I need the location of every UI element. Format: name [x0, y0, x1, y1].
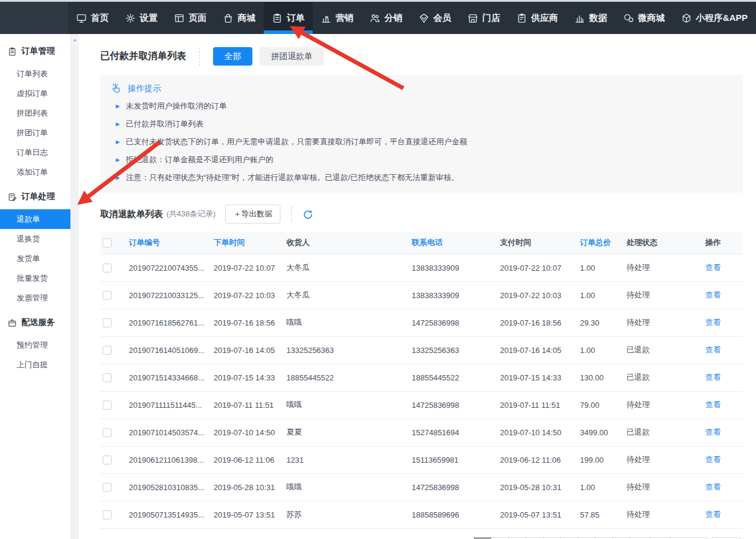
cell-order-time: 2019-07-16 14:05 — [211, 336, 284, 364]
nav-item-label: 小程序&APP — [696, 13, 748, 24]
table-row: 2019071111511445... 2019-07-11 11:51 哦哦 … — [100, 391, 743, 419]
sidebar-item-group-order[interactable]: 拼团订单 — [0, 123, 70, 143]
row-checkbox[interactable] — [103, 510, 112, 519]
cell-order-no: 2019061211061398... — [126, 446, 211, 473]
col-phone[interactable]: 联系电话 — [409, 232, 498, 254]
scrollbar-up-arrow-icon[interactable]: ▲ — [71, 34, 79, 45]
view-link[interactable]: 查看 — [705, 263, 721, 272]
cell-total: 57.85 — [578, 501, 624, 528]
view-link[interactable]: 查看 — [705, 482, 721, 491]
cell-receiver: 哦哦 — [284, 473, 409, 501]
row-checkbox[interactable] — [103, 428, 112, 437]
tab-group-refund[interactable]: 拼团退款单 — [260, 47, 324, 66]
col-total[interactable]: 订单总价 — [578, 232, 624, 254]
page-button-7[interactable]: 7 — [578, 537, 595, 539]
sidebar-item-batch-shipping[interactable]: 批量发货 — [0, 268, 70, 288]
nav-item-wechat-mall[interactable]: 微商城 — [615, 2, 673, 34]
page-button-3[interactable]: 3 — [508, 537, 526, 539]
nav-item-label: 门店 — [482, 13, 500, 24]
page-button-8[interactable]: 8 — [595, 537, 613, 539]
sidebar-item-shipping-order[interactable]: 发货单 — [0, 249, 70, 268]
page-button-10[interactable]: 10 — [630, 537, 651, 539]
nav-item-suppliers[interactable]: 供应商 — [508, 2, 566, 34]
nav-item-marketing[interactable]: 营销 — [313, 2, 362, 34]
cell-total: 79.00 — [578, 391, 624, 419]
sidebar: 订单管理 订单列表 虚拟订单 拼团列表 拼团订单 订单日志 添加订单 订单处理 … — [0, 34, 70, 539]
col-status: 处理状态 — [624, 232, 703, 254]
view-link[interactable]: 查看 — [705, 290, 721, 299]
sidebar-item-order-list[interactable]: 订单列表 — [0, 64, 70, 83]
sidebar-item-reservation[interactable]: 预约管理 — [0, 335, 70, 355]
tips-title: 操作提示 — [128, 83, 161, 94]
view-link[interactable]: 查看 — [705, 373, 721, 382]
cell-pay-time: 2019-07-11 11:51 — [498, 391, 578, 419]
cell-phone: 13838333909 — [409, 254, 498, 281]
page-button-9[interactable]: 9 — [612, 537, 630, 539]
sidebar-item-group-list[interactable]: 拼团列表 — [0, 103, 70, 123]
col-order-no[interactable]: 订单编号 — [126, 232, 211, 254]
last-page-button[interactable]: 尾页 — [712, 537, 740, 539]
delivery-icon — [8, 318, 17, 327]
nav-item-data[interactable]: 数据 — [566, 2, 615, 34]
row-checkbox[interactable] — [103, 373, 112, 382]
nav-item-miniprogram[interactable]: 小程序&APP — [673, 2, 756, 34]
nav-item-home[interactable]: 首页 — [68, 2, 117, 34]
sidebar-section-title: 订单处理 — [21, 191, 55, 202]
nav-item-mall[interactable]: 商城 — [215, 2, 264, 34]
table-row: 2019071614051069... 2019-07-16 14:05 133… — [100, 336, 743, 364]
select-all-checkbox[interactable] — [103, 238, 112, 247]
sidebar-item-return-exchange[interactable]: 退换货 — [0, 229, 70, 249]
row-checkbox[interactable] — [103, 264, 112, 272]
nav-item-distribution[interactable]: 分销 — [362, 2, 411, 34]
col-action: 操作 — [703, 232, 743, 254]
row-checkbox[interactable] — [103, 483, 112, 492]
sidebar-item-refund-order[interactable]: 退款单 — [0, 209, 70, 229]
cell-order-time: 2019-05-28 10:31 — [211, 473, 284, 501]
nav-item-pages[interactable]: 页面 — [166, 2, 215, 34]
export-data-button[interactable]: ＋导出数据 — [225, 205, 280, 224]
tab-all[interactable]: 全部 — [213, 47, 252, 66]
page-icon — [174, 13, 184, 23]
next-page-button[interactable]: 下一页 — [670, 537, 707, 539]
page-button-2[interactable]: 2 — [491, 537, 509, 539]
sidebar-section-header: 订单管理 — [0, 39, 70, 64]
bullet-triangle-icon: ▶ — [116, 157, 120, 163]
view-link[interactable]: 查看 — [705, 455, 721, 464]
page-button-1[interactable]: 1 — [474, 537, 492, 539]
refresh-button[interactable] — [303, 209, 313, 219]
nav-item-stores[interactable]: 门店 — [459, 2, 508, 34]
sidebar-item-virtual-order[interactable]: 虚拟订单 — [0, 83, 70, 103]
row-checkbox[interactable] — [103, 318, 112, 327]
sidebar-item-add-order[interactable]: 添加订单 — [0, 162, 70, 182]
view-link[interactable]: 查看 — [705, 318, 721, 327]
row-checkbox[interactable] — [103, 346, 112, 355]
sidebar-item-order-log[interactable]: 订单日志 — [0, 143, 70, 162]
row-checkbox[interactable] — [103, 291, 112, 300]
view-link[interactable]: 查看 — [705, 345, 721, 354]
col-order-time[interactable]: 下单时间 — [211, 232, 284, 254]
view-link[interactable]: 查看 — [705, 428, 721, 436]
view-link[interactable]: 查看 — [705, 510, 721, 519]
tip-text: 已支付未发货状态下的订单，用户无需申请退款，只需要直接取消订单即可，平台直接退还… — [126, 137, 467, 147]
store-icon — [468, 13, 478, 23]
page-button-11[interactable]: 11 — [650, 537, 671, 539]
cell-receiver: 大冬瓜 — [284, 254, 409, 281]
cell-pay-time: 2019-07-16 14:05 — [498, 336, 578, 364]
row-checkbox[interactable] — [103, 401, 112, 410]
sidebar-scrollbar[interactable]: ▲ — [70, 34, 79, 539]
sidebar-item-invoice-manage[interactable]: 发票管理 — [0, 288, 70, 308]
tip-item: ▶ 已支付未发货状态下的订单，用户无需申请退款，只需要直接取消订单即可，平台直接… — [111, 133, 732, 151]
row-checkbox[interactable] — [103, 456, 112, 464]
page-button-6[interactable]: 6 — [560, 537, 578, 539]
sidebar-item-self-pickup[interactable]: 上门自提 — [0, 355, 70, 374]
hand-click-icon — [111, 83, 122, 94]
page-button-5[interactable]: 5 — [543, 537, 561, 539]
page-button-4[interactable]: 4 — [526, 537, 544, 539]
nav-item-members[interactable]: 会员 — [411, 2, 459, 34]
cell-phone: 13838333909 — [409, 281, 498, 309]
view-link[interactable]: 查看 — [705, 400, 721, 409]
nav-item-settings[interactable]: 设置 — [117, 2, 166, 34]
bullet-triangle-icon: ▶ — [116, 139, 120, 145]
nav-item-orders[interactable]: 订单 — [264, 2, 313, 34]
cell-order-time: 2019-06-12 11:06 — [211, 446, 284, 473]
